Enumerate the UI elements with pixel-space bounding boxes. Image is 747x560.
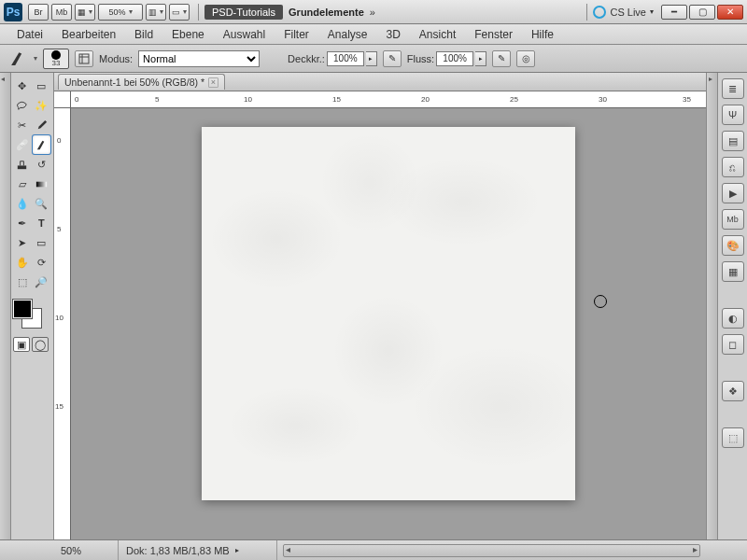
tool-history-brush[interactable]: ↺	[33, 155, 51, 174]
tool-clone-stamp[interactable]	[13, 155, 32, 174]
close-tab-icon[interactable]: ×	[208, 77, 218, 88]
brush-panel-toggle-button[interactable]	[75, 50, 93, 67]
options-bar: ▾ 33 Modus: Normal Deckkr.: 100% ▸ ✎ Flu…	[0, 45, 747, 73]
tool-move[interactable]: ✥	[13, 77, 32, 95]
dock-clone-icon[interactable]: ⎌	[722, 157, 744, 177]
tool-magic-wand[interactable]: ✨	[33, 96, 51, 115]
svg-rect-1	[18, 165, 26, 169]
document-tab-bar: Unbenannt-1 bei 50% (RGB/8) * ×	[54, 73, 706, 91]
menu-hilfe[interactable]: Hilfe	[522, 25, 563, 44]
zoom-level-dropdown[interactable]: 50%	[98, 4, 143, 21]
brush-size-label: 33	[52, 60, 61, 67]
tool-type[interactable]: T	[33, 214, 51, 232]
horizontal-scrollbar[interactable]	[283, 544, 700, 557]
tool-brush[interactable]	[33, 135, 51, 154]
screen-mode-dropdown[interactable]: ▭	[169, 4, 190, 21]
menu-ansicht[interactable]: Ansicht	[410, 25, 465, 44]
window-minimize-button[interactable]: ━	[661, 5, 687, 20]
brush-tip-icon	[51, 50, 61, 60]
flow-input[interactable]: 100%	[436, 51, 473, 66]
tool-lasso[interactable]	[13, 96, 32, 115]
menu-bearbeiten[interactable]: Bearbeiten	[52, 25, 125, 44]
dock-minibridge-icon[interactable]: Mb	[722, 209, 744, 230]
color-swatches[interactable]	[13, 300, 49, 331]
tool-eyedropper[interactable]	[33, 116, 51, 134]
left-edge-expand[interactable]: ◂	[0, 73, 11, 539]
tool-blur[interactable]: 💧	[13, 194, 32, 213]
tablet-size-button[interactable]: ◎	[516, 50, 535, 67]
tool-dodge[interactable]: 🔍	[33, 194, 51, 213]
tool-marquee[interactable]: ▭	[33, 77, 51, 95]
airbrush-button[interactable]: ✎	[492, 50, 511, 67]
foreground-color-swatch[interactable]	[13, 300, 32, 318]
tools-panel: ✥▭ ✨ ✂ 🩹 ↺ ▱ 💧🔍 ✒T ➤▭ ✋⟳ ⬚🔎 ▣ ◯	[11, 73, 54, 539]
dock-history-icon[interactable]: ≣	[722, 78, 744, 99]
window-maximize-button[interactable]: ▢	[689, 5, 715, 20]
menu-bild[interactable]: Bild	[125, 25, 162, 44]
document-tab[interactable]: Unbenannt-1 bei 50% (RGB/8) * ×	[58, 74, 225, 90]
current-tool-icon[interactable]	[7, 49, 28, 69]
menu-ebene[interactable]: Ebene	[162, 25, 214, 44]
dock-adjust-icon[interactable]: ◐	[722, 308, 744, 329]
canvas[interactable]	[202, 127, 575, 500]
tool-hand[interactable]: ✋	[13, 253, 32, 272]
right-panel-dock: ≣ Ψ ▤ ⎌ ▶ Mb 🎨 ▦ ◐ ◻ ❖ ⬚	[717, 73, 747, 539]
menu-fenster[interactable]: Fenster	[465, 25, 522, 44]
tool-shape[interactable]: ▭	[33, 233, 51, 252]
quickmask-mode-button[interactable]: ◯	[32, 337, 49, 352]
menu-analyse[interactable]: Analyse	[318, 25, 377, 44]
tool-eraser[interactable]: ▱	[13, 175, 32, 193]
dock-character-icon[interactable]: Ψ	[722, 105, 744, 125]
view-extras-dropdown[interactable]: ▦	[75, 4, 95, 21]
dock-layers-icon[interactable]: ❖	[722, 381, 744, 401]
standard-mode-button[interactable]: ▣	[13, 337, 30, 352]
dock-actions-icon[interactable]: ▶	[722, 183, 744, 203]
opacity-label: Deckkr.:	[288, 53, 325, 64]
opacity-arrow-icon[interactable]: ▸	[366, 51, 377, 66]
dock-swatches-icon[interactable]: 🎨	[722, 235, 744, 256]
workspace-active-button[interactable]: PSD-Tutorials	[204, 5, 283, 20]
tablet-opacity-button[interactable]: ✎	[383, 50, 402, 67]
right-edge-expand[interactable]: ▸	[706, 73, 717, 539]
workspace-other-button[interactable]: Grundelemente	[289, 7, 364, 18]
launch-bridge-button[interactable]: Br	[28, 4, 49, 21]
brush-cursor-icon	[594, 295, 607, 308]
photoshop-logo-icon: Ps	[4, 3, 22, 21]
launch-minibridge-button[interactable]: Mb	[51, 4, 72, 21]
status-doc-info[interactable]: Dok: 1,83 MB/1,83 MB ▸	[119, 540, 277, 560]
menu-auswahl[interactable]: Auswahl	[214, 25, 275, 44]
horizontal-ruler[interactable]: 0 5 10 15 20 25 30 35	[71, 91, 706, 108]
svg-rect-2	[36, 181, 47, 187]
cs-live-button[interactable]: CS Live ▾	[593, 6, 654, 19]
arrange-documents-dropdown[interactable]: ▥	[146, 4, 166, 21]
status-zoom[interactable]: 50%	[53, 540, 119, 560]
dock-brushes-icon[interactable]: ▤	[722, 131, 744, 151]
window-close-button[interactable]: ✕	[717, 5, 743, 20]
tool-zoom[interactable]: 🔎	[33, 273, 51, 291]
vertical-ruler[interactable]: 0 5 10 15	[54, 108, 71, 539]
dock-paths-icon[interactable]: ⬚	[722, 427, 744, 448]
dock-masks-icon[interactable]: ◻	[722, 334, 744, 355]
menu-datei[interactable]: Datei	[7, 25, 52, 44]
tool-pen[interactable]: ✒	[13, 214, 32, 232]
flow-arrow-icon[interactable]: ▸	[475, 51, 486, 66]
svg-rect-0	[79, 54, 89, 63]
tool-path-select[interactable]: ➤	[13, 233, 32, 252]
tool-rotate-view[interactable]: ⟳	[33, 253, 51, 272]
status-bar: 50% Dok: 1,83 MB/1,83 MB ▸	[0, 539, 747, 560]
canvas-viewport[interactable]	[71, 108, 706, 539]
ruler-origin[interactable]	[54, 91, 71, 108]
workspace-more-icon[interactable]: »	[370, 7, 375, 18]
blend-mode-select[interactable]: Normal	[138, 50, 260, 67]
brush-preset-picker[interactable]: 33	[43, 49, 69, 69]
tool-healing-brush[interactable]: 🩹	[13, 135, 32, 154]
separator	[198, 4, 199, 21]
tool-crop[interactable]: ✂	[13, 116, 32, 134]
menu-filter[interactable]: Filter	[275, 25, 318, 44]
dock-color-icon[interactable]: ▦	[722, 261, 744, 282]
tool-gradient[interactable]	[33, 175, 51, 193]
opacity-input[interactable]: 100%	[327, 51, 364, 66]
menu-3d[interactable]: 3D	[377, 25, 410, 44]
flow-label: Fluss:	[407, 53, 434, 64]
tool-3d-rotate[interactable]: ⬚	[13, 273, 32, 291]
